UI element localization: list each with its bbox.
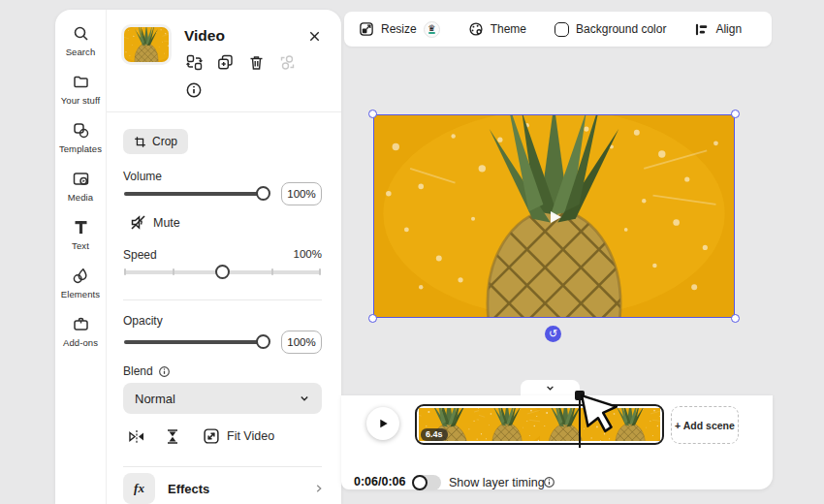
theme-label: Theme bbox=[491, 22, 526, 36]
sidebar-item-elements[interactable]: Elements bbox=[55, 268, 107, 299]
trash-icon bbox=[248, 54, 265, 71]
timer-duration-button[interactable] bbox=[162, 425, 183, 447]
show-layer-timing-label: Show layer timing bbox=[449, 476, 545, 489]
flip-horizontal-button[interactable] bbox=[126, 425, 147, 447]
theme-button[interactable]: Theme bbox=[468, 21, 526, 37]
timeline-panel: 6.4s + Add scene 0:06/0:06 Show layer ti… bbox=[341, 395, 773, 489]
info-icon bbox=[185, 81, 203, 99]
resize-handle-bottom-right[interactable] bbox=[731, 314, 740, 323]
opacity-value-field[interactable]: 100% bbox=[281, 331, 322, 354]
hourglass-icon bbox=[165, 428, 180, 445]
reorder-layers-icon bbox=[279, 54, 296, 71]
folder-icon bbox=[73, 74, 89, 90]
fit-video-label: Fit Video bbox=[227, 429, 274, 443]
background-color-button[interactable]: Background color bbox=[555, 22, 666, 37]
playhead-line[interactable] bbox=[579, 394, 581, 448]
transform-tools-row: Fit Video bbox=[126, 425, 274, 447]
theme-palette-icon bbox=[468, 21, 484, 37]
effects-label: Effects bbox=[168, 482, 313, 496]
video-inspector-panel: Video Crop Volume bbox=[107, 10, 341, 504]
panel-title: Video bbox=[184, 27, 225, 45]
opacity-slider-knob[interactable] bbox=[256, 334, 270, 349]
layer-info-button[interactable] bbox=[182, 79, 206, 102]
speed-label: Speed bbox=[123, 248, 157, 262]
resize-handle-bottom-left[interactable] bbox=[368, 314, 377, 323]
chevron-down-icon bbox=[545, 383, 555, 394]
show-layer-timing-toggle[interactable] bbox=[412, 475, 441, 490]
replace-media-button[interactable] bbox=[182, 50, 206, 74]
sidebar-item-add-ons[interactable]: Add-ons bbox=[55, 316, 107, 348]
timeline-clip[interactable] bbox=[415, 404, 664, 445]
sidebar-item-label: Media bbox=[68, 192, 93, 203]
crop-button[interactable]: Crop bbox=[123, 129, 188, 154]
align-label: Align bbox=[715, 22, 742, 36]
close-panel-button[interactable] bbox=[303, 25, 325, 47]
section-divider bbox=[123, 299, 322, 300]
resize-handle-top-right[interactable] bbox=[731, 110, 740, 118]
blend-mode-select[interactable]: Normal bbox=[123, 383, 322, 414]
opacity-label: Opacity bbox=[123, 314, 163, 328]
document-toolbar: Resize ♛ Theme Background color Align bbox=[344, 12, 772, 47]
templates-icon bbox=[73, 122, 89, 139]
sidebar-item-templates[interactable]: Templates bbox=[55, 122, 107, 154]
blend-label-row: Blend bbox=[123, 364, 171, 378]
timeline-collapse-tab[interactable] bbox=[521, 380, 580, 395]
info-icon[interactable] bbox=[158, 365, 171, 378]
selected-clip-thumbnail bbox=[121, 24, 172, 65]
resize-handle-top-left[interactable] bbox=[368, 110, 377, 118]
reorder-layers-button-disabled[interactable] bbox=[275, 50, 299, 74]
search-icon bbox=[73, 25, 89, 42]
align-icon bbox=[694, 22, 709, 37]
resize-button[interactable]: Resize ♛ bbox=[359, 21, 440, 38]
sidebar-item-label: Templates bbox=[59, 143, 102, 154]
playhead-handle[interactable] bbox=[575, 391, 585, 400]
fx-icon: fx bbox=[123, 473, 155, 504]
fit-video-button[interactable]: Fit Video bbox=[203, 427, 274, 445]
media-icon bbox=[73, 171, 89, 187]
crop-button-label: Crop bbox=[152, 135, 177, 148]
volume-slider-knob[interactable] bbox=[256, 186, 270, 201]
flip-horizontal-icon bbox=[128, 428, 145, 445]
volume-label: Volume bbox=[123, 170, 162, 183]
rotate-handle[interactable]: ↺ bbox=[545, 326, 561, 342]
section-divider bbox=[123, 466, 322, 467]
text-icon bbox=[73, 219, 89, 236]
volume-value-field[interactable]: 100% bbox=[281, 182, 322, 205]
clip-frame-thumbnail bbox=[479, 408, 539, 441]
add-scene-button[interactable]: + Add scene bbox=[671, 406, 739, 444]
sidebar-item-label: Add-ons bbox=[63, 337, 98, 348]
sidebar-item-your-stuff[interactable]: Your stuff bbox=[55, 74, 107, 106]
speed-value: 100% bbox=[281, 248, 322, 260]
clip-frame-thumbnail bbox=[540, 408, 600, 441]
chevron-right-icon bbox=[313, 483, 325, 494]
close-icon bbox=[308, 30, 321, 43]
video-play-overlay-icon[interactable] bbox=[546, 208, 563, 226]
fit-icon bbox=[203, 427, 220, 445]
sidebar-item-text[interactable]: Text bbox=[55, 219, 107, 251]
layer-action-row bbox=[182, 50, 299, 74]
resize-label: Resize bbox=[381, 22, 417, 36]
timeline-play-button[interactable] bbox=[366, 407, 399, 440]
align-button[interactable]: Align bbox=[694, 22, 742, 37]
replace-icon bbox=[186, 54, 203, 71]
duplicate-icon bbox=[217, 54, 234, 71]
effects-section-toggle[interactable]: fx Effects bbox=[123, 473, 325, 504]
time-display: 0:06/0:06 bbox=[354, 475, 406, 488]
duplicate-button[interactable] bbox=[213, 50, 237, 74]
sidebar-item-label: Elements bbox=[61, 289, 100, 299]
sidebar-item-search[interactable]: Search bbox=[55, 25, 107, 57]
sidebar-item-label: Search bbox=[66, 47, 96, 57]
sidebar-item-media[interactable]: Media bbox=[55, 171, 107, 203]
speed-slider[interactable] bbox=[124, 263, 323, 282]
volume-slider[interactable] bbox=[124, 184, 271, 204]
delete-button[interactable] bbox=[244, 50, 268, 74]
mute-button[interactable]: Mute bbox=[130, 214, 180, 231]
crop-icon bbox=[134, 136, 146, 148]
info-icon[interactable] bbox=[543, 476, 555, 488]
mute-icon bbox=[130, 214, 146, 231]
opacity-slider[interactable] bbox=[124, 332, 271, 352]
sidebar-item-label: Your stuff bbox=[61, 95, 101, 106]
background-color-label: Background color bbox=[576, 22, 666, 36]
blend-mode-value: Normal bbox=[135, 392, 175, 406]
speed-slider-knob[interactable] bbox=[215, 265, 230, 279]
